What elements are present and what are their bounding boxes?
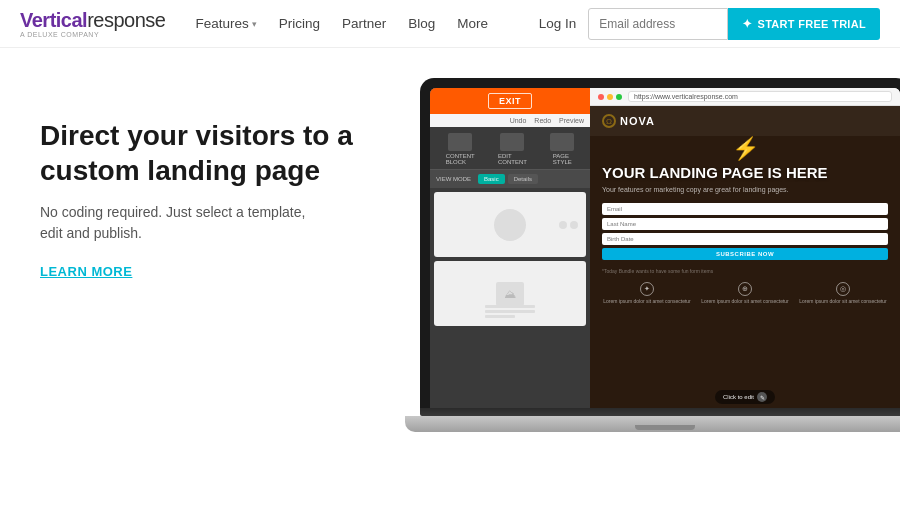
editor-panel: EXIT Undo Redo Preview CONTENTBLOCK bbox=[430, 88, 590, 408]
screen-inner: EXIT Undo Redo Preview CONTENTBLOCK bbox=[430, 88, 900, 408]
traffic-lights bbox=[598, 94, 622, 100]
lp-feature-icon-1: ✦ bbox=[640, 282, 654, 296]
lp-feature-3: ◎ Lorem ipsum dolor sit amet consectetur bbox=[794, 282, 892, 305]
email-input[interactable] bbox=[588, 8, 728, 40]
edit-content-icon bbox=[500, 133, 524, 151]
block-card-1 bbox=[434, 192, 586, 257]
lp-edit-bar[interactable]: Click to edit ✎ bbox=[715, 390, 775, 404]
nav-links: Features ▾ Pricing Partner Blog More bbox=[195, 16, 538, 31]
laptop-screen-bezel: EXIT Undo Redo Preview CONTENTBLOCK bbox=[420, 78, 900, 408]
card-image bbox=[496, 282, 524, 306]
lp-feature-text-2: Lorem ipsum dolor sit amet consectetur bbox=[701, 298, 789, 305]
cta-group: ✦ START FREE TRIAL bbox=[588, 8, 880, 40]
maximize-dot bbox=[616, 94, 622, 100]
editor-top-actions: Undo Redo Preview bbox=[430, 114, 590, 127]
view-mode-label: VIEW MODE bbox=[436, 176, 471, 182]
star-icon: ✦ bbox=[742, 17, 752, 31]
lp-feature-text-3: Lorem ipsum dolor sit amet consectetur bbox=[799, 298, 887, 305]
card-circles bbox=[559, 221, 578, 229]
landing-page-preview: Ω NOVA ⚡ YOUR LANDING PAGE IS HERE Your … bbox=[590, 106, 900, 408]
lp-icons-row: ✦ Lorem ipsum dolor sit amet consectetur… bbox=[590, 276, 900, 305]
lp-logo: Ω NOVA bbox=[602, 114, 655, 128]
logo-response: response bbox=[87, 9, 165, 31]
logo-sub: A Deluxe Company bbox=[20, 31, 165, 38]
lp-form: SUBSCRIBE NOW bbox=[590, 197, 900, 266]
lp-note: *Today Bundle wants to have some fun for… bbox=[590, 266, 900, 276]
url-field[interactable]: https://www.verticalresponse.com bbox=[628, 91, 892, 102]
laptop-illustration: EXIT Undo Redo Preview CONTENTBLOCK bbox=[420, 78, 900, 507]
lightning-icon: ⚡ bbox=[590, 136, 900, 162]
exit-button[interactable]: EXIT bbox=[488, 93, 532, 109]
minimize-dot bbox=[607, 94, 613, 100]
chevron-down-icon: ▾ bbox=[252, 19, 257, 29]
page-style-btn[interactable]: PAGESTYLE bbox=[550, 133, 574, 165]
laptop-screen: EXIT Undo Redo Preview CONTENTBLOCK bbox=[430, 88, 900, 408]
nav-more[interactable]: More bbox=[457, 16, 488, 31]
login-link[interactable]: Log In bbox=[539, 16, 577, 31]
preview-panel: https://www.verticalresponse.com Ω NOVA … bbox=[590, 88, 900, 408]
content-block-icon bbox=[448, 133, 472, 151]
hero-section: Direct your visitors to a custom landing… bbox=[0, 48, 900, 507]
hero-text: Direct your visitors to a custom landing… bbox=[40, 108, 420, 280]
nav-partner[interactable]: Partner bbox=[342, 16, 386, 31]
edit-content-btn[interactable]: EDITCONTENT bbox=[498, 133, 527, 165]
close-dot bbox=[598, 94, 604, 100]
card-lines bbox=[485, 305, 535, 318]
edit-pencil-icon: ✎ bbox=[757, 392, 767, 402]
laptop-hinge bbox=[420, 408, 900, 416]
lp-birthdate-input[interactable] bbox=[602, 233, 888, 245]
lp-edit-label: Click to edit bbox=[723, 394, 754, 400]
editor-top-bar: EXIT bbox=[430, 88, 590, 114]
lp-feature-2: ⊕ Lorem ipsum dolor sit amet consectetur bbox=[696, 282, 794, 305]
lp-feature-text-1: Lorem ipsum dolor sit amet consectetur bbox=[603, 298, 691, 305]
nav-features[interactable]: Features ▾ bbox=[195, 16, 256, 31]
lp-hero-title: YOUR LANDING PAGE IS HERE bbox=[590, 164, 900, 182]
lp-feature-1: ✦ Lorem ipsum dolor sit amet consectetur bbox=[598, 282, 696, 305]
lp-hero-sub: Your features or marketing copy are grea… bbox=[590, 182, 900, 197]
lp-feature-icon-3: ◎ bbox=[836, 282, 850, 296]
nav-pricing[interactable]: Pricing bbox=[279, 16, 320, 31]
content-blocks-list bbox=[430, 188, 590, 408]
view-details-btn[interactable]: Details bbox=[508, 174, 538, 184]
lp-logo-icon: Ω bbox=[602, 114, 616, 128]
editor-blocks: CONTENTBLOCK EDITCONTENT PAGESTYLE bbox=[430, 127, 590, 170]
laptop-base bbox=[405, 416, 900, 432]
lp-email-input[interactable] bbox=[602, 203, 888, 215]
card-circle-2 bbox=[570, 221, 578, 229]
view-basic-btn[interactable]: Basic bbox=[478, 174, 505, 184]
learn-more-link[interactable]: LEARN MORE bbox=[40, 264, 132, 279]
nav-right: Log In ✦ START FREE TRIAL bbox=[539, 8, 880, 40]
lp-feature-icon-2: ⊕ bbox=[738, 282, 752, 296]
navbar: Verticalresponse A Deluxe Company Featur… bbox=[0, 0, 900, 48]
lp-lastname-input[interactable] bbox=[602, 218, 888, 230]
url-bar: https://www.verticalresponse.com bbox=[590, 88, 900, 106]
hero-title: Direct your visitors to a custom landing… bbox=[40, 118, 420, 188]
block-card-2 bbox=[434, 261, 586, 326]
content-block-btn[interactable]: CONTENTBLOCK bbox=[446, 133, 475, 165]
lp-subscribe-btn[interactable]: SUBSCRIBE NOW bbox=[602, 248, 888, 260]
card-circle-1 bbox=[559, 221, 567, 229]
logo[interactable]: Verticalresponse A Deluxe Company bbox=[20, 9, 165, 38]
lp-header: Ω NOVA bbox=[590, 106, 900, 136]
lp-logo-text: NOVA bbox=[620, 115, 655, 127]
hero-description: No coding required. Just select a templa… bbox=[40, 202, 320, 244]
logo-vertical: Vertical bbox=[20, 9, 87, 31]
page-style-icon bbox=[550, 133, 574, 151]
view-mode-bar: VIEW MODE Basic Details bbox=[430, 170, 590, 188]
nav-blog[interactable]: Blog bbox=[408, 16, 435, 31]
card-avatar bbox=[494, 209, 526, 241]
cta-button[interactable]: ✦ START FREE TRIAL bbox=[728, 8, 880, 40]
